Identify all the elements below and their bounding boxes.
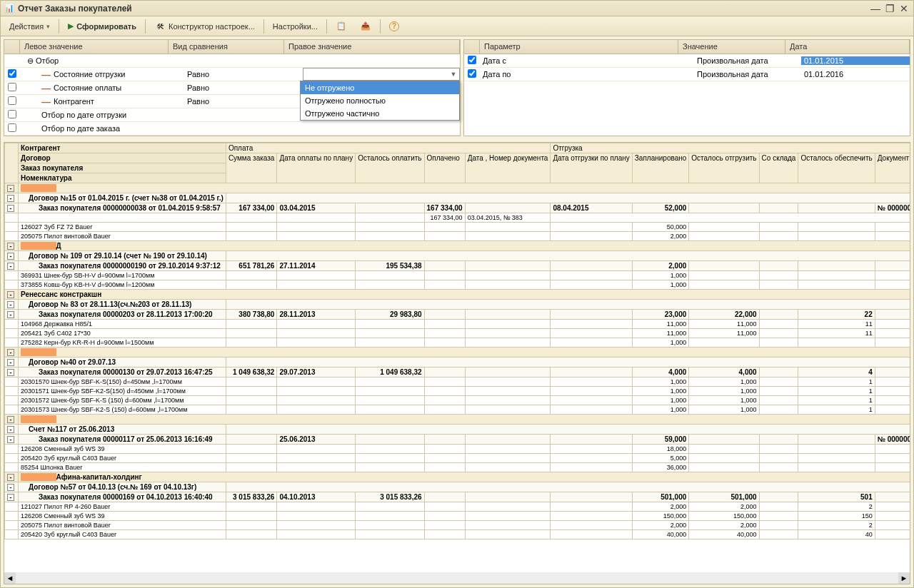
expand-icon[interactable]: - xyxy=(7,291,14,298)
filter-field-icon: — xyxy=(41,96,51,107)
filter-comparison[interactable]: Равно xyxy=(184,83,300,92)
title-bar: 📊 Отчет Заказы покупателей — ❐ ✕ xyxy=(1,1,913,16)
filter-checkbox[interactable] xyxy=(8,83,16,91)
filter-right-pane: Параметр Значение Дата Дата с Произвольн… xyxy=(463,39,910,136)
filter-left-pane: Левое значение Вид сравнения Правое знач… xyxy=(4,39,461,136)
expand-icon[interactable]: - xyxy=(7,369,14,376)
expand-icon[interactable]: - xyxy=(7,243,14,250)
filter-col-left-value: Левое значение xyxy=(20,40,169,54)
param-date[interactable]: 01.01.2015 xyxy=(801,56,910,65)
expand-icon[interactable]: - xyxy=(7,263,14,270)
expand-icon[interactable]: - xyxy=(7,474,14,481)
filter-field-icon: — xyxy=(41,69,51,80)
param-value[interactable]: Произвольная дата xyxy=(694,70,801,78)
help-button[interactable]: ? xyxy=(383,19,405,34)
expand-icon[interactable]: - xyxy=(7,359,14,366)
filter-label: Отбор по дате отгрузки xyxy=(41,111,126,119)
form-icon: 📋 xyxy=(336,21,347,32)
expand-icon[interactable]: - xyxy=(7,205,14,212)
filter-checkbox[interactable] xyxy=(8,110,16,118)
param-value[interactable]: Произвольная дата xyxy=(694,56,801,65)
toolbar: Действия ▾ ▶ Сформировать 🛠 Конструктор … xyxy=(1,16,913,36)
filter-col-comparison: Вид сравнения xyxy=(169,40,284,54)
help-icon: ? xyxy=(389,21,399,31)
filter-label: Состояние оплаты xyxy=(54,83,121,92)
expand-icon[interactable]: - xyxy=(7,349,14,356)
dropdown-arrow-icon[interactable]: ▼ xyxy=(448,71,459,78)
dropdown-option[interactable]: Отгружено полностью xyxy=(301,94,459,107)
close-button[interactable]: ✕ xyxy=(898,3,910,14)
export-icon: 📤 xyxy=(360,21,371,32)
param-checkbox[interactable] xyxy=(468,69,476,78)
wrench-icon: 🛠 xyxy=(154,21,166,32)
param-col: Параметр xyxy=(480,40,678,54)
filter-checkbox[interactable] xyxy=(8,123,16,132)
filter-col-right-value: Правое значение xyxy=(284,40,460,54)
scroll-left-arrow[interactable]: ◄ xyxy=(4,572,16,584)
filter-value-input[interactable]: ▼ xyxy=(303,68,460,81)
settings-button[interactable]: Настройки... xyxy=(267,20,323,33)
settings-designer-button[interactable]: 🛠 Конструктор настроек... xyxy=(149,19,261,34)
tool-icon-2[interactable]: 📤 xyxy=(354,19,377,34)
param-label: Дата по xyxy=(480,70,694,78)
play-icon: ▶ xyxy=(68,21,74,31)
generate-button[interactable]: ▶ Сформировать xyxy=(62,19,142,33)
col-kontragent: Контрагент xyxy=(19,143,226,153)
expand-icon[interactable]: - xyxy=(7,195,14,202)
actions-menu[interactable]: Действия ▾ xyxy=(4,20,56,33)
filter-field-icon: — xyxy=(41,83,51,93)
tool-icon-1[interactable]: 📋 xyxy=(330,19,353,34)
filter-label: Состояние отгрузки xyxy=(54,70,125,78)
expand-icon[interactable]: - xyxy=(7,494,14,501)
filter-checkbox[interactable] xyxy=(8,96,16,105)
expand-icon[interactable]: - xyxy=(7,436,14,443)
horizontal-scrollbar[interactable]: ◄ ► xyxy=(4,572,910,584)
maximize-button[interactable]: ❐ xyxy=(883,3,896,14)
collapse-icon[interactable]: ⊖ xyxy=(20,56,34,65)
filter-label: Контрагент xyxy=(54,97,94,106)
filter-label: Отбор по дате заказа xyxy=(41,124,120,133)
expand-icon[interactable]: - xyxy=(7,301,14,308)
filter-comparison[interactable]: Равно xyxy=(184,70,300,78)
value-col: Значение xyxy=(678,40,785,54)
filter-checkbox[interactable] xyxy=(8,69,16,78)
filter-dropdown: Не отгруженоОтгружено полностьюОтгружено… xyxy=(300,81,460,121)
filter-comparison[interactable]: Равно xyxy=(184,97,300,106)
expand-icon[interactable]: - xyxy=(7,185,14,192)
dropdown-option[interactable]: Не отгружено xyxy=(301,81,459,94)
expand-icon[interactable]: - xyxy=(7,311,14,318)
report-grid[interactable]: Контрагент Оплата Отгрузка Договор Сумма… xyxy=(4,142,910,584)
report-icon: 📊 xyxy=(4,3,15,14)
param-date[interactable]: 01.01.2016 xyxy=(801,70,910,78)
expand-icon[interactable]: - xyxy=(7,484,14,491)
expand-icon[interactable]: - xyxy=(7,426,14,433)
window-title: Отчет Заказы покупателей xyxy=(18,4,132,14)
dropdown-option[interactable]: Отгружено частично xyxy=(301,107,459,120)
param-checkbox[interactable] xyxy=(468,56,476,64)
dropdown-icon: ▾ xyxy=(46,23,50,30)
col-oplata: Оплата xyxy=(226,143,551,153)
date-col: Дата xyxy=(785,40,910,54)
scroll-right-arrow[interactable]: ► xyxy=(898,572,910,584)
param-label: Дата с xyxy=(480,56,694,65)
filter-root-label: Отбор xyxy=(36,56,59,65)
expand-icon[interactable]: - xyxy=(7,253,14,260)
expand-icon[interactable]: - xyxy=(7,416,14,423)
minimize-button[interactable]: — xyxy=(869,3,882,14)
col-otgruzka: Отгрузка xyxy=(551,143,910,153)
